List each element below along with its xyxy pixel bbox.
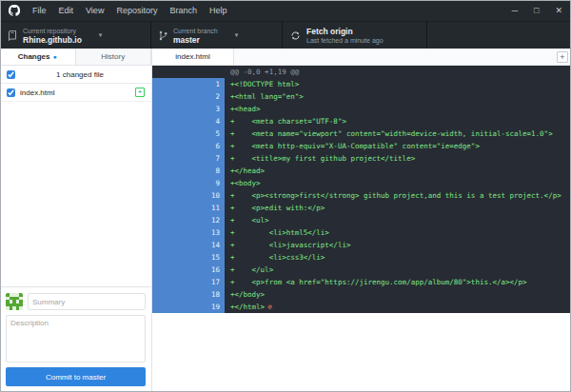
- no-newline-icon: ⊘: [267, 303, 272, 311]
- diff-line-code: + <meta http-equiv="X-UA-Compatible" con…: [225, 140, 571, 152]
- diff-line-code: +</head>: [225, 165, 571, 177]
- fetch-origin-button[interactable]: Fetch origin Last fetched a minute ago: [283, 22, 427, 49]
- diff-line-code: + <p>edit with:</p>: [225, 202, 571, 214]
- diff-line[interactable]: 11+ <p>edit with:</p>: [152, 202, 571, 214]
- changes-sidebar: 1 changed file index.html + Commit to ma…: [0, 66, 152, 392]
- diff-line-code: + <p>from <a href="https://jirengu.com/a…: [225, 276, 571, 288]
- diff-line-code: +</body>: [225, 288, 571, 301]
- menu-bar: FileEditViewRepositoryBranchHelp ─ □ ✕: [0, 0, 571, 21]
- chevron-down-icon: ▾: [99, 31, 103, 39]
- new-line-number: 10: [188, 189, 225, 202]
- fetch-subtitle: Last fetched a minute ago: [306, 36, 384, 45]
- old-line-number: [152, 78, 188, 90]
- menu-item-help[interactable]: Help: [209, 6, 227, 15]
- current-repository-button[interactable]: Current repository Rhine.github.io ▾: [0, 22, 151, 49]
- summary-input[interactable]: [28, 293, 146, 310]
- diff-line[interactable]: 7+ <title>my first github project</title…: [152, 152, 571, 165]
- select-all-checkbox[interactable]: [7, 70, 15, 79]
- old-line-number: [152, 301, 188, 313]
- diff-content: @@ -0,0 +1,19 @@ 1+<!DOCTYPE html>2+<htm…: [152, 66, 571, 313]
- diff-line[interactable]: 16+ </ul>: [152, 264, 571, 276]
- menu-item-file[interactable]: File: [32, 6, 47, 15]
- old-line-number: [152, 202, 188, 214]
- diff-line-code: + <li>css3</li>: [225, 251, 571, 264]
- diff-line-text: + <li>css3</li>: [230, 253, 325, 262]
- hunk-header: @@ -0,0 +1,19 @@: [152, 66, 571, 78]
- diff-line[interactable]: 15+ <li>css3</li>: [152, 251, 571, 264]
- diff-line[interactable]: 2+<html lang="en">: [152, 90, 571, 103]
- maximize-icon[interactable]: □: [534, 6, 539, 15]
- diff-line[interactable]: 9+<body>: [152, 177, 571, 189]
- diff-line[interactable]: 3+<head>: [152, 103, 571, 115]
- new-line-number: 3: [188, 103, 225, 115]
- tab-changes[interactable]: Changes ●: [0, 49, 76, 65]
- new-line-number: 1: [188, 78, 225, 90]
- new-line-number: 9: [188, 177, 225, 189]
- sync-icon: [290, 30, 301, 41]
- diff-line[interactable]: 5+ <meta name="viewport" content="width=…: [152, 127, 571, 140]
- file-checkbox[interactable]: [7, 88, 15, 97]
- old-line-number: [152, 226, 188, 239]
- close-icon[interactable]: ✕: [555, 6, 562, 15]
- new-line-number: 6: [188, 140, 225, 152]
- repo-label: Current repository: [23, 27, 82, 35]
- diff-panel: @@ -0,0 +1,19 @@ 1+<!DOCTYPE html>2+<htm…: [152, 66, 571, 392]
- diff-line-text: + <p>from <a href="https://jirengu.com/a…: [230, 278, 527, 286]
- diff-line-code: + <li>javascript</li>: [225, 239, 571, 251]
- diff-line-text: + <ul>: [230, 216, 269, 225]
- old-line-number: [152, 165, 188, 177]
- git-branch-icon: [159, 30, 167, 41]
- window-controls: ─ □ ✕: [512, 6, 562, 15]
- tab-bar-filler: +: [234, 49, 571, 65]
- expand-diff-button[interactable]: +: [557, 51, 568, 63]
- diff-line[interactable]: 10+ <p><strong>first</strong> github pro…: [152, 189, 571, 202]
- old-line-number: [152, 239, 188, 251]
- diff-line-text: +<head>: [230, 105, 261, 113]
- diff-line[interactable]: 17+ <p>from <a href="https://jirengu.com…: [152, 276, 571, 288]
- diff-line[interactable]: 8+</head>: [152, 165, 571, 177]
- new-line-number: 8: [188, 165, 225, 177]
- menu-item-repository[interactable]: Repository: [116, 6, 157, 15]
- diff-line-text: +<html lang="en">: [230, 92, 304, 101]
- menu-item-view[interactable]: View: [86, 6, 104, 15]
- diff-line[interactable]: 4+ <meta charset="UTF-8">: [152, 115, 571, 127]
- tab-bar: Changes ● History index.html +: [0, 49, 571, 66]
- tab-history[interactable]: History: [76, 49, 152, 65]
- diff-line[interactable]: 19+</html>⊘: [152, 301, 571, 313]
- diff-line[interactable]: 14+ <li>javascript</li>: [152, 239, 571, 251]
- diff-line[interactable]: 18+</body>: [152, 288, 571, 301]
- diff-line[interactable]: 13+ <li>html5</li>: [152, 226, 571, 239]
- file-row-index-html[interactable]: index.html +: [0, 84, 151, 102]
- diff-line[interactable]: 1+<!DOCTYPE html>: [152, 78, 571, 90]
- current-branch-button[interactable]: Current branch master ▾: [151, 22, 283, 49]
- diff-line-code: +</html>⊘: [225, 301, 571, 313]
- diff-line-code: + <meta charset="UTF-8">: [225, 115, 571, 127]
- diff-line[interactable]: 12+ <ul>: [152, 214, 571, 226]
- old-line-number: [152, 90, 188, 103]
- old-line-number: [152, 115, 188, 127]
- fetch-title: Fetch origin: [306, 27, 384, 36]
- diff-line-code: + <li>html5</li>: [225, 226, 571, 239]
- menu-item-edit[interactable]: Edit: [59, 6, 74, 15]
- file-tab-label: index.html: [175, 52, 209, 61]
- sidebar-spacer: [0, 102, 151, 286]
- diff-line-code: +<!DOCTYPE html>: [225, 78, 571, 90]
- new-line-number: 15: [188, 251, 225, 264]
- diff-line-text: + <p><strong>first</strong> github proje…: [230, 191, 561, 200]
- changes-indicator-dot: ●: [53, 53, 57, 60]
- menu-item-branch[interactable]: Branch: [169, 6, 197, 15]
- diff-line-text: + <li>html5</li>: [230, 228, 329, 237]
- minimize-icon[interactable]: ─: [512, 6, 518, 15]
- branch-value: master: [173, 35, 218, 45]
- description-input[interactable]: [6, 315, 146, 363]
- file-tab-index-html[interactable]: index.html: [152, 49, 234, 65]
- file-added-status-icon: +: [135, 88, 145, 97]
- branch-label: Current branch: [173, 27, 218, 35]
- diff-line-text: +</html>: [230, 303, 265, 311]
- new-line-number: 11: [188, 202, 225, 214]
- chevron-down-icon: ▾: [235, 31, 239, 39]
- diff-line-text: +<body>: [230, 179, 261, 187]
- main-content: 1 changed file index.html + Commit to ma…: [0, 66, 571, 392]
- commit-to-master-button[interactable]: Commit to master: [6, 367, 146, 386]
- diff-line[interactable]: 6+ <meta http-equiv="X-UA-Compatible" co…: [152, 140, 571, 152]
